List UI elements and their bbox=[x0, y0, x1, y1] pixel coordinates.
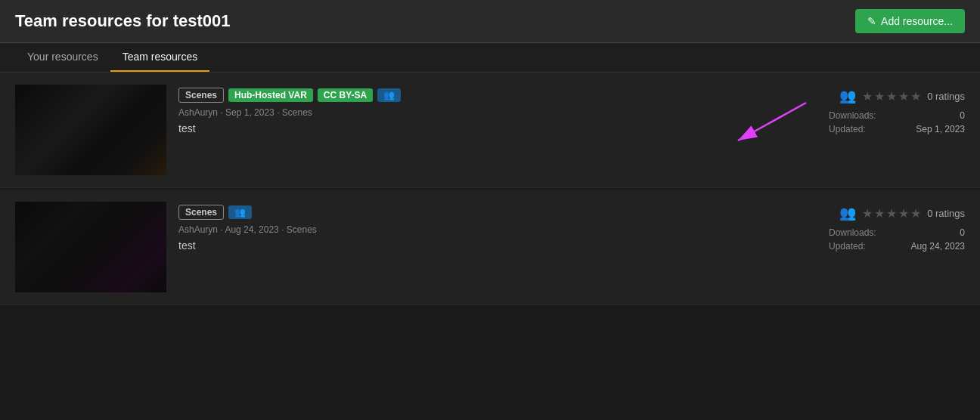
rating-row: 👥 ★ ★ ★ ★ ★ 0 ratings bbox=[839, 88, 965, 104]
resource-stats: 👥 ★ ★ ★ ★ ★ 0 ratings Downloads: 0 Updat… bbox=[814, 85, 965, 137]
resource-item: Scenes Hub-Hosted VAR CC BY-SA 👥 AshAury… bbox=[0, 73, 980, 188]
star-1: ★ bbox=[862, 89, 873, 103]
add-resource-button[interactable]: ✎ Add resource... bbox=[855, 9, 965, 33]
resource-info: Scenes 👥 AshAuryn · Aug 24, 2023 · Scene… bbox=[178, 202, 814, 252]
resource-author: AshAuryn bbox=[178, 107, 218, 118]
downloads-value: 0 bbox=[960, 227, 965, 238]
updated-label: Updated: bbox=[829, 124, 866, 134]
resource-tags: Scenes Hub-Hosted VAR CC BY-SA 👥 bbox=[178, 88, 814, 103]
resource-tags: Scenes 👥 bbox=[178, 205, 814, 220]
star-4: ★ bbox=[898, 89, 909, 103]
star-1: ★ bbox=[862, 206, 873, 221]
tabs-bar: Your resources Team resources bbox=[0, 43, 980, 73]
updated-label: Updated: bbox=[829, 241, 866, 252]
resource-separator2: · bbox=[281, 224, 287, 235]
downloads-row: Downloads: 0 bbox=[829, 110, 965, 121]
star-2: ★ bbox=[874, 89, 885, 103]
resource-meta: AshAuryn · Sep 1, 2023 · Scenes bbox=[178, 107, 814, 118]
resource-name[interactable]: test bbox=[178, 239, 814, 252]
downloads-label: Downloads: bbox=[829, 110, 876, 121]
resource-separator2: · bbox=[277, 107, 282, 118]
header: Team resources for test001 ✎ Add resourc… bbox=[0, 0, 980, 43]
tag-scenes: Scenes bbox=[178, 205, 224, 220]
updated-value: Sep 1, 2023 bbox=[916, 124, 965, 134]
team-icon: 👥 bbox=[839, 88, 856, 104]
resource-meta: AshAuryn · Aug 24, 2023 · Scenes bbox=[178, 224, 814, 235]
tag-cc-license: CC BY-SA bbox=[318, 88, 373, 102]
resource-thumbnail[interactable] bbox=[15, 202, 166, 292]
star-4: ★ bbox=[898, 206, 909, 221]
resource-stats: 👥 ★ ★ ★ ★ ★ 0 ratings Downloads: 0 Updat… bbox=[814, 202, 965, 255]
resource-item: Scenes 👥 AshAuryn · Aug 24, 2023 · Scene… bbox=[0, 190, 980, 305]
resource-date: Sep 1, 2023 bbox=[225, 107, 274, 118]
thumbnail-image bbox=[15, 85, 166, 175]
downloads-value: 0 bbox=[960, 110, 965, 121]
star-rating: ★ ★ ★ ★ ★ bbox=[862, 89, 921, 103]
resource-thumbnail[interactable] bbox=[15, 85, 166, 175]
updated-row: Updated: Sep 1, 2023 bbox=[829, 124, 965, 134]
star-5: ★ bbox=[910, 206, 921, 221]
tag-hub-hosted: Hub-Hosted VAR bbox=[228, 88, 313, 102]
star-3: ★ bbox=[886, 206, 897, 221]
resource-category: Scenes bbox=[282, 107, 312, 118]
resource-name[interactable]: test bbox=[178, 122, 814, 134]
star-3: ★ bbox=[886, 89, 897, 103]
add-resource-icon: ✎ bbox=[867, 15, 876, 27]
resource-author: AshAuryn bbox=[178, 224, 218, 235]
tab-your-resources[interactable]: Your resources bbox=[15, 43, 110, 72]
tab-team-resources[interactable]: Team resources bbox=[110, 43, 210, 72]
updated-value: Aug 24, 2023 bbox=[911, 241, 965, 252]
resource-date: Aug 24, 2023 bbox=[225, 224, 278, 235]
star-rating: ★ ★ ★ ★ ★ bbox=[862, 206, 921, 221]
downloads-label: Downloads: bbox=[829, 227, 876, 238]
tag-team: 👥 bbox=[377, 88, 401, 102]
star-5: ★ bbox=[910, 89, 921, 103]
rating-row: 👥 ★ ★ ★ ★ ★ 0 ratings bbox=[839, 205, 965, 221]
resource-category: Scenes bbox=[287, 224, 317, 235]
ratings-count: 0 ratings bbox=[927, 91, 965, 102]
tag-scenes: Scenes bbox=[178, 88, 224, 103]
team-icon: 👥 bbox=[839, 205, 856, 221]
ratings-count: 0 ratings bbox=[927, 208, 965, 219]
content-area: Scenes Hub-Hosted VAR CC BY-SA 👥 AshAury… bbox=[0, 73, 980, 305]
updated-row: Updated: Aug 24, 2023 bbox=[829, 241, 965, 252]
resource-info: Scenes Hub-Hosted VAR CC BY-SA 👥 AshAury… bbox=[178, 85, 814, 134]
thumbnail-image bbox=[15, 202, 166, 292]
star-2: ★ bbox=[874, 206, 885, 221]
add-resource-label: Add resource... bbox=[881, 15, 953, 27]
downloads-row: Downloads: 0 bbox=[829, 227, 965, 238]
page-title: Team resources for test001 bbox=[15, 11, 231, 31]
tag-team: 👥 bbox=[228, 205, 252, 219]
